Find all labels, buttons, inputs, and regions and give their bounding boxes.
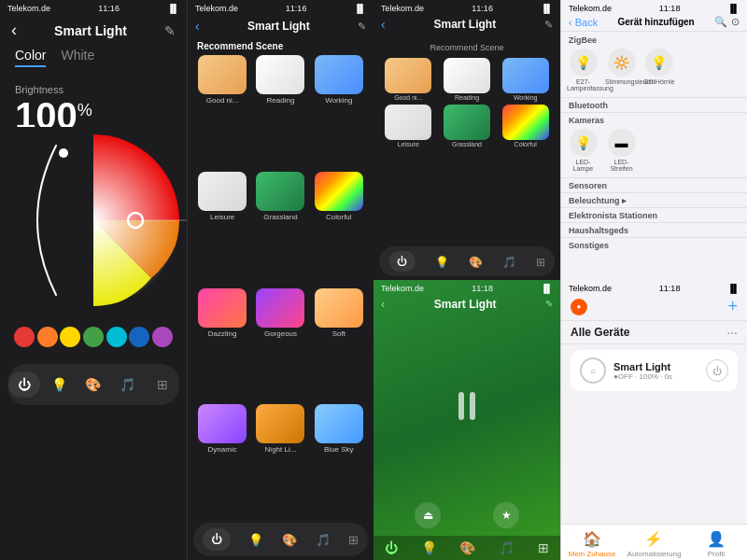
scene-p3-6[interactable]: Colorful: [498, 105, 553, 147]
pause-bar-left: [458, 392, 464, 420]
device-guhome[interactable]: 💡 GU-Hörnle: [643, 49, 674, 91]
mood-icon: 🔆: [608, 49, 636, 77]
scene-thumb-leisure: [198, 172, 247, 211]
color-swatch-green[interactable]: [83, 327, 104, 347]
nav-palette-p1[interactable]: 🎨: [78, 371, 109, 398]
nav-power-p3t[interactable]: ⏻: [389, 251, 416, 272]
palette-nav-p3b[interactable]: 🎨: [459, 540, 475, 555]
color-swatch-blue[interactable]: [129, 327, 149, 347]
scene-p3-2[interactable]: Reading: [440, 58, 495, 101]
edit-p3t[interactable]: ✎: [544, 19, 553, 31]
device-circle-icon: ○: [580, 357, 606, 384]
device-mood[interactable]: 🔆 Stimmungsleucht: [605, 49, 638, 91]
header-p3b: ‹ Smart Light ✎: [374, 295, 560, 316]
scene-label-reading: Reading: [267, 96, 295, 105]
scene-grassland[interactable]: Grassland: [253, 172, 307, 285]
alle-geraete-header: Alle Geräte ···: [561, 321, 747, 344]
back-button-p1[interactable]: ‹: [11, 21, 17, 40]
device-ledlampe[interactable]: 💡 LED-Lampe: [567, 129, 599, 172]
panel3-bottom: Telekom.de 11:18 ▐▌ ‹ Smart Light ✎ ⏏ ★ …: [374, 280, 560, 560]
svg-rect-4: [0, 127, 93, 314]
nav-palette-p3t[interactable]: 🎨: [469, 253, 483, 270]
tab-color[interactable]: Color: [15, 48, 46, 67]
scene-goodnight[interactable]: Good ni...: [195, 55, 249, 168]
scene-reading[interactable]: Reading: [253, 55, 307, 168]
grid-nav-p3b[interactable]: ⊞: [538, 540, 549, 555]
scene-thumb-dazzling: [198, 288, 247, 328]
svg-point-5: [59, 148, 68, 158]
nav-power-p2[interactable]: ⏻: [203, 528, 231, 551]
back-button-p2[interactable]: ‹: [195, 19, 200, 34]
scene-leisure[interactable]: Leisure: [195, 172, 249, 285]
tab-automation[interactable]: ⚡ Automatisierung: [623, 530, 684, 558]
search-icon-p4t[interactable]: 🔍: [714, 16, 727, 28]
nav-music-p3t[interactable]: 🎵: [502, 253, 516, 270]
scene-p3-3[interactable]: Working: [498, 58, 553, 101]
nav-grid-p1[interactable]: ⊞: [147, 371, 178, 398]
color-swatch-purple[interactable]: [152, 327, 173, 347]
sensoren-label: Sensoren: [561, 178, 747, 193]
scene-thumb-grassland: [256, 172, 304, 211]
scene-label-leisure: Leisure: [210, 213, 234, 221]
color-wheel-container[interactable]: .cw-svg path[fill="#ff0000"] { fill: hsl…: [0, 127, 187, 314]
nav-light-p3t[interactable]: 💡: [435, 253, 449, 270]
nav-grid-p2[interactable]: ⊞: [348, 531, 359, 548]
nav-music-p2[interactable]: 🎵: [316, 531, 331, 548]
power-nav-p3b[interactable]: ⏻: [385, 540, 398, 555]
scene-soft[interactable]: Soft: [312, 288, 366, 401]
scene-p3-5[interactable]: Grassland: [440, 105, 495, 147]
tab-profile[interactable]: 👤 Profil: [685, 530, 747, 558]
scene-bluesky[interactable]: Blue Sky: [312, 404, 366, 517]
device-ledstreifen[interactable]: ▬ LED-Streifen: [605, 129, 638, 172]
beleuchtung-label: Beleuchtung ▸: [561, 193, 747, 208]
device-e27[interactable]: 💡 E27-Lampenfassung: [567, 49, 599, 91]
scene-label-bluesky: Blue Sky: [324, 445, 354, 454]
scene-label-soft: Soft: [332, 329, 345, 338]
color-swatch-yellow[interactable]: [60, 327, 80, 347]
scene-nightlight[interactable]: Night Li...: [253, 404, 307, 517]
p4b-spacer: [561, 397, 747, 524]
edit-button-p2[interactable]: ✎: [358, 21, 366, 33]
back-p3t[interactable]: ‹: [381, 17, 386, 32]
scene-p3-1[interactable]: Good ni...: [381, 58, 436, 101]
scene-colorful[interactable]: Colorful: [312, 172, 366, 285]
back-p4t[interactable]: ‹ Back: [569, 17, 598, 28]
add-device-button[interactable]: +: [727, 297, 738, 316]
smart-light-device-row[interactable]: ○ Smart Light ●OFF · 100% · 0s ⏻: [571, 350, 738, 391]
title-p1: Smart Light: [54, 23, 127, 38]
scene-dazzling[interactable]: Dazzling: [195, 288, 249, 401]
share-icon-p4t[interactable]: ⊙: [731, 16, 740, 28]
tab-white[interactable]: White: [61, 48, 94, 67]
star-icon[interactable]: ★: [493, 502, 519, 528]
color-swatch-cyan[interactable]: [106, 327, 127, 347]
music-nav-p3b[interactable]: 🎵: [499, 540, 514, 555]
orange-indicator: ●: [571, 299, 587, 315]
scene-thumb-goodnight: [198, 55, 247, 94]
scene-p3-4[interactable]: Leisure: [381, 105, 436, 147]
automation-icon: ⚡: [644, 530, 663, 548]
nav-power-p1[interactable]: ⏻: [8, 371, 40, 398]
device-toggle-button[interactable]: ⏻: [706, 359, 728, 382]
color-swatch-orange[interactable]: [37, 327, 58, 347]
status-bar-p2: Telekom.de 11:16 ▐▌: [188, 0, 374, 17]
brightness-label: Brightness: [0, 84, 187, 95]
bottom-tabs-p4b: 🏠 Mein Zuhause ⚡ Automatisierung 👤 Profi…: [561, 524, 747, 560]
edit-p3b[interactable]: ✎: [545, 299, 553, 309]
nav-light-p1[interactable]: 💡: [43, 371, 75, 398]
scene-gorgeous[interactable]: Gorgeous: [253, 288, 307, 401]
edit-button-p1[interactable]: ✎: [164, 23, 176, 38]
nav-palette-p2[interactable]: 🎨: [282, 531, 297, 548]
color-swatch-red[interactable]: [14, 327, 35, 347]
nav-light-p2[interactable]: 💡: [248, 531, 263, 548]
chevron-up-icon[interactable]: ⏏: [415, 502, 441, 528]
light-nav-p3b[interactable]: 💡: [421, 540, 437, 555]
pause-area[interactable]: [374, 316, 560, 495]
nav-grid-p3t[interactable]: ⊞: [536, 253, 545, 270]
back-p3b[interactable]: ‹: [381, 297, 385, 311]
scene-dynamic[interactable]: Dynamic: [195, 404, 249, 517]
nav-music-p1[interactable]: 🎵: [112, 371, 144, 398]
scene-working[interactable]: Working: [312, 55, 366, 168]
dots-menu-button[interactable]: ···: [726, 325, 738, 340]
bottom-nav-p2: ⏻ 💡 🎨 🎵 ⊞: [193, 523, 368, 556]
tab-home[interactable]: 🏠 Mein Zuhause: [561, 530, 623, 558]
